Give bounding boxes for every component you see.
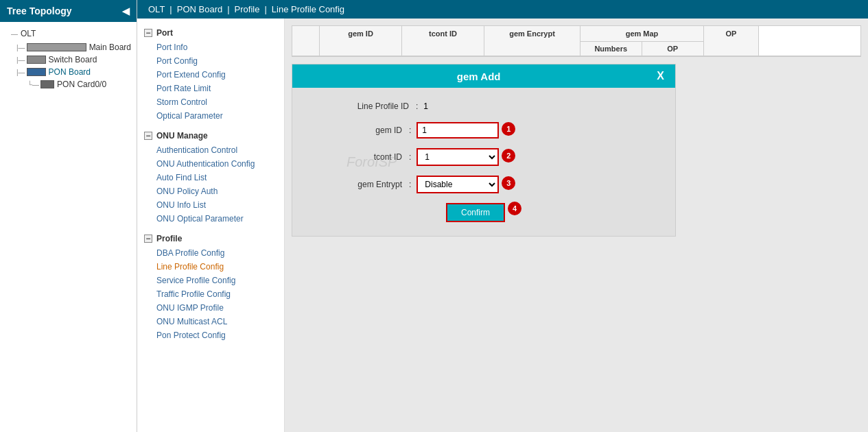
- content-area: − Port Port Info Port Config Port Extend…: [137, 19, 868, 432]
- profile-section-header[interactable]: − Profile: [137, 231, 284, 246]
- nav-item-port-extend-config[interactable]: Port Extend Config: [137, 68, 284, 82]
- nav-item-service-profile[interactable]: Service Profile Config: [137, 274, 284, 287]
- tcont-id-row: tcont ID : 1 2: [320, 148, 648, 166]
- profile-collapse-icon: −: [144, 235, 152, 243]
- nav-item-optical-parameter[interactable]: Optical Parameter: [137, 109, 284, 123]
- main-panel: gem ID tcont ID gem Encrypt gem Map Numb…: [285, 19, 868, 432]
- line-profile-id-label: Line Profile ID: [320, 101, 409, 111]
- confirm-row: Confirm 4: [320, 203, 648, 222]
- port-section-header[interactable]: − Port: [137, 25, 284, 40]
- onu-collapse-icon: −: [144, 132, 152, 140]
- tree-item-switch-board[interactable]: |— Switch Board: [16, 53, 131, 66]
- nav-item-onu-policy-auth[interactable]: ONU Policy Auth: [137, 184, 284, 198]
- line-profile-colon: :: [416, 101, 418, 111]
- gem-id-row: gem ID : 1: [320, 122, 648, 139]
- tcont-id-label: tcont ID: [320, 152, 402, 162]
- badge-2: 2: [502, 149, 515, 163]
- sidebar-header: Tree Topology ◀: [0, 0, 137, 22]
- badge-1: 1: [502, 122, 515, 136]
- tree-item-main-board[interactable]: |— Main Board: [16, 41, 131, 53]
- nav-item-onu-optical-param[interactable]: ONU Optical Parameter: [137, 212, 284, 226]
- breadcrumb-pon-board[interactable]: PON Board: [177, 4, 222, 14]
- pon-card-icon: [40, 80, 54, 88]
- line-profile-id-row: Line Profile ID : 1: [320, 101, 648, 111]
- confirm-button[interactable]: Confirm: [446, 203, 505, 222]
- nav-item-pon-protect-config[interactable]: Pon Protect Config: [137, 328, 284, 342]
- middle-nav: − Port Port Info Port Config Port Extend…: [137, 19, 285, 432]
- badge-4: 4: [508, 202, 521, 215]
- th-checkbox: [292, 26, 320, 56]
- nav-item-port-config[interactable]: Port Config: [137, 54, 284, 68]
- nav-item-line-profile-config[interactable]: Line Profile Config: [137, 260, 284, 274]
- tcont-id-colon: :: [409, 152, 411, 162]
- tree-branch-pon: └— PON Card0/0: [16, 78, 131, 91]
- nav-item-onu-igmp-profile[interactable]: ONU IGMP Profile: [137, 301, 284, 315]
- th-op-sub: OP: [642, 42, 704, 56]
- sidebar-collapse-button[interactable]: ◀: [122, 5, 130, 16]
- gem-id-label: gem ID: [320, 125, 402, 135]
- badge-3: 3: [502, 176, 515, 190]
- nav-item-onu-multicast-acl[interactable]: ONU Multicast ACL: [137, 315, 284, 328]
- gem-add-body: Line Profile ID : 1 gem ID : 1: [292, 88, 675, 236]
- main-board-icon: [27, 43, 86, 51]
- nav-item-port-info[interactable]: Port Info: [137, 40, 284, 54]
- gem-id-input[interactable]: [417, 122, 499, 139]
- th-gem-encrypt: gem Encrypt: [484, 26, 580, 56]
- nav-item-storm-control[interactable]: Storm Control: [137, 95, 284, 109]
- gem-encrypt-select[interactable]: Disable Enable: [417, 176, 499, 193]
- port-collapse-icon: −: [144, 29, 152, 37]
- onu-manage-section-label: ONU Manage: [156, 131, 208, 141]
- tree-item-olt[interactable]: — OLT: [5, 26, 131, 41]
- gem-table: gem ID tcont ID gem Encrypt gem Map Numb…: [292, 25, 861, 57]
- th-tcont-id: tcont ID: [402, 26, 484, 56]
- nav-item-onu-auth-config[interactable]: ONU Authentication Config: [137, 157, 284, 171]
- port-section-label: Port: [156, 28, 173, 38]
- gem-id-colon: :: [409, 125, 411, 135]
- onu-manage-section-header[interactable]: − ONU Manage: [137, 128, 284, 143]
- gem-encrypt-row: gem Entrypt : Disable Enable 3: [320, 176, 648, 193]
- breadcrumb-sep2: |: [227, 4, 229, 14]
- sidebar-title: Tree Topology: [7, 5, 72, 16]
- pon-board-label: PON Board: [49, 67, 91, 77]
- nav-item-onu-info-list[interactable]: ONU Info List: [137, 198, 284, 212]
- gem-encrypt-label: gem Entrypt: [320, 180, 402, 189]
- tree-root: — OLT |— Main Board |— Switch Board: [0, 22, 137, 95]
- sidebar: Tree Topology ◀ — OLT |— Main Board |—: [0, 0, 137, 432]
- breadcrumb-line-profile-config[interactable]: Line Profile Config: [272, 4, 344, 14]
- gem-add-title: gem Add: [457, 71, 501, 82]
- breadcrumb-olt[interactable]: OLT: [148, 4, 165, 14]
- nav-item-auth-control[interactable]: Authentication Control: [137, 143, 284, 157]
- nav-item-port-rate-limit[interactable]: Port Rate Limit: [137, 82, 284, 95]
- nav-item-dba-profile[interactable]: DBA Profile Config: [137, 246, 284, 260]
- tree-item-pon-card[interactable]: └— PON Card0/0: [27, 78, 131, 91]
- nav-section-onu-manage: − ONU Manage Authentication Control ONU …: [137, 128, 284, 226]
- line-profile-id-value: 1: [423, 101, 428, 111]
- pon-board-icon: [27, 68, 46, 76]
- th-numbers: Numbers: [580, 42, 642, 56]
- nav-section-profile: − Profile DBA Profile Config Line Profil…: [137, 231, 284, 342]
- gem-add-dialog: gem Add X Line Profile ID : 1: [292, 64, 676, 237]
- nav-item-traffic-profile[interactable]: Traffic Profile Config: [137, 287, 284, 301]
- gem-encrypt-colon: :: [409, 180, 411, 189]
- olt-label-text: OLT: [21, 29, 36, 38]
- breadcrumb-profile[interactable]: Profile: [235, 4, 260, 14]
- breadcrumb-sep3: |: [264, 4, 266, 14]
- th-gem-map: gem Map Numbers OP: [580, 26, 704, 56]
- gem-add-header: gem Add X: [292, 64, 675, 88]
- tree-dash: —: [11, 30, 18, 38]
- tree-branch-main: |— Main Board |— Switch Board |— PON Boa…: [5, 41, 131, 91]
- breadcrumb: OLT | PON Board | Profile | Line Profile…: [137, 0, 868, 19]
- pon-card-label: PON Card0/0: [57, 80, 106, 89]
- nav-item-auto-find-list[interactable]: Auto Find List: [137, 171, 284, 184]
- th-gem-map-label: gem Map: [580, 26, 703, 42]
- switch-board-label: Switch Board: [49, 55, 97, 64]
- main-board-label: Main Board: [89, 43, 131, 52]
- breadcrumb-sep1: |: [169, 4, 172, 14]
- gem-add-close-button[interactable]: X: [651, 70, 670, 82]
- tcont-id-select[interactable]: 1: [417, 148, 499, 166]
- th-gem-id: gem ID: [320, 26, 402, 56]
- th-op: OP: [704, 26, 759, 56]
- tree-item-pon-board[interactable]: |— PON Board: [16, 66, 131, 78]
- nav-section-port: − Port Port Info Port Config Port Extend…: [137, 25, 284, 123]
- switch-board-icon: [27, 56, 46, 64]
